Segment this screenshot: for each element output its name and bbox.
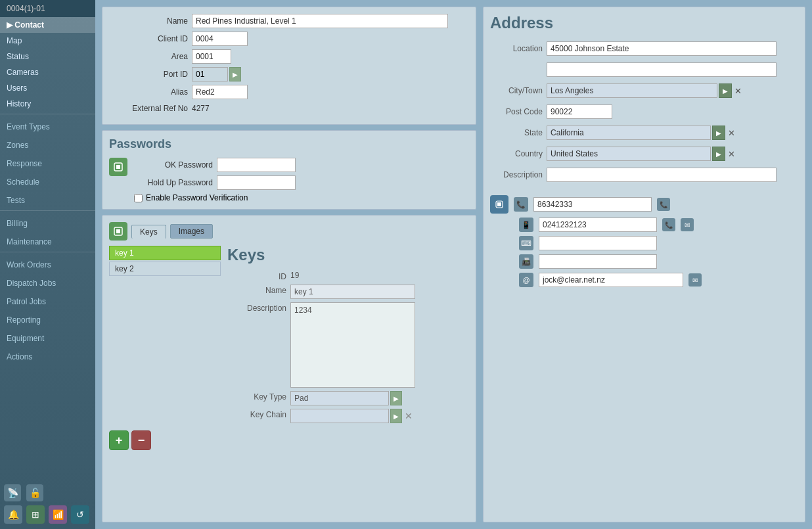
key-chain-arrow-btn[interactable]: ▶ bbox=[390, 409, 402, 423]
sidebar-item-event-types[interactable]: Event Types bbox=[0, 119, 95, 135]
city-input[interactable] bbox=[547, 83, 717, 98]
phone2-action-icon[interactable]: 📞 bbox=[662, 218, 675, 231]
alarm-icon[interactable]: 🔔 bbox=[4, 505, 22, 524]
city-arrow-btn[interactable]: ▶ bbox=[719, 83, 732, 98]
email-action-icon[interactable]: ✉ bbox=[688, 273, 702, 287]
ok-password-label: OK Password bbox=[134, 160, 213, 170]
sidebar-item-equipment[interactable]: Equipment bbox=[0, 331, 95, 346]
name-input[interactable] bbox=[192, 14, 448, 28]
email-icon: @ bbox=[519, 273, 533, 287]
enable-verification-checkbox[interactable] bbox=[134, 194, 143, 202]
sidebar-item-cameras[interactable]: Cameras bbox=[0, 64, 95, 80]
port-id-input[interactable] bbox=[192, 67, 228, 81]
sidebar-item-map[interactable]: Map bbox=[0, 33, 95, 49]
hold-up-input[interactable] bbox=[217, 175, 296, 190]
key-chain-input[interactable] bbox=[290, 409, 389, 423]
ok-password-input[interactable] bbox=[217, 158, 296, 172]
city-clear-btn[interactable]: ✕ bbox=[733, 86, 743, 96]
name-row: Name bbox=[109, 14, 469, 28]
sidebar-item-users[interactable]: Users bbox=[0, 80, 95, 96]
area-input[interactable] bbox=[192, 49, 231, 64]
sidebar: 0004(1)-01 ▶ Contact Map Status Cameras … bbox=[0, 0, 95, 529]
phone2-row: 📱 📞 ✉ bbox=[490, 218, 798, 232]
area-row: Area bbox=[109, 49, 469, 64]
key-item-1[interactable]: key 1 bbox=[109, 246, 221, 260]
fax-input[interactable] bbox=[539, 254, 657, 269]
email-input[interactable] bbox=[539, 273, 683, 287]
phone2-email-icon[interactable]: ✉ bbox=[681, 218, 694, 231]
sidebar-item-billing[interactable]: Billing bbox=[0, 216, 95, 231]
desc-input[interactable] bbox=[547, 168, 777, 182]
fax-icon: 📠 bbox=[519, 254, 533, 269]
refresh-icon[interactable]: ↺ bbox=[71, 505, 89, 524]
sidebar-item-zones[interactable]: Zones bbox=[0, 137, 95, 153]
state-clear-btn[interactable]: ✕ bbox=[727, 128, 736, 138]
location-input-2[interactable] bbox=[547, 62, 777, 77]
sidebar-item-reporting[interactable]: Reporting bbox=[0, 312, 95, 328]
tab-images[interactable]: Images bbox=[170, 224, 213, 239]
passwords-icon bbox=[109, 158, 127, 176]
location-input-1[interactable] bbox=[547, 41, 777, 56]
location-row2 bbox=[490, 62, 798, 77]
phone3-input[interactable] bbox=[539, 236, 657, 250]
divider3 bbox=[0, 252, 95, 252]
client-id-input[interactable] bbox=[192, 32, 248, 46]
client-id-row: Client ID bbox=[109, 32, 469, 46]
sidebar-item-response[interactable]: Response bbox=[0, 156, 95, 172]
city-row: ▶ ✕ bbox=[547, 83, 743, 98]
grid-icon[interactable]: ⊞ bbox=[26, 505, 45, 524]
key-name-row: Name bbox=[227, 285, 469, 299]
add-key-button[interactable]: + bbox=[109, 430, 129, 450]
key-name-label: Name bbox=[227, 285, 286, 295]
divider1 bbox=[0, 114, 95, 114]
state-input[interactable] bbox=[547, 126, 711, 140]
bottom-actions: + − bbox=[109, 430, 469, 450]
country-arrow-btn[interactable]: ▶ bbox=[712, 147, 725, 161]
left-panel: Name Client ID Area Port ID ▶ bbox=[102, 7, 476, 522]
country-row: ▶ ✕ bbox=[547, 147, 736, 161]
sidebar-item-maintenance[interactable]: Maintenance bbox=[0, 234, 95, 250]
phone1-input[interactable] bbox=[533, 197, 652, 212]
svg-rect-3 bbox=[116, 229, 120, 233]
contact-section: Name Client ID Area Port ID ▶ bbox=[102, 7, 476, 125]
country-clear-btn[interactable]: ✕ bbox=[727, 149, 736, 159]
key-type-input[interactable] bbox=[290, 391, 389, 405]
key-item-2[interactable]: key 2 bbox=[109, 262, 221, 276]
sidebar-item-schedule[interactable]: Schedule bbox=[0, 174, 95, 190]
sidebar-item-patrol-jobs[interactable]: Patrol Jobs bbox=[0, 294, 95, 310]
phone1-action-icon[interactable]: 📞 bbox=[657, 198, 670, 211]
country-input[interactable] bbox=[547, 147, 711, 161]
port-id-arrow-btn[interactable]: ▶ bbox=[229, 67, 241, 81]
passwords-fields: OK Password Hold Up Password Enable Pass… bbox=[134, 158, 469, 202]
key-desc-textarea[interactable]: 1234 bbox=[290, 302, 415, 388]
phone2-input[interactable] bbox=[539, 218, 657, 232]
sidebar-item-work-orders[interactable]: Work Orders bbox=[0, 257, 95, 273]
unlock-icon[interactable]: 🔓 bbox=[26, 484, 43, 501]
country-label: Country bbox=[490, 149, 543, 158]
verification-row: Enable Password Verification bbox=[134, 193, 469, 202]
state-arrow-btn[interactable]: ▶ bbox=[712, 126, 725, 140]
signal-icon[interactable]: 📡 bbox=[4, 484, 21, 501]
key-type-arrow-btn[interactable]: ▶ bbox=[390, 391, 402, 405]
remove-key-button[interactable]: − bbox=[131, 430, 151, 450]
key-chain-row-form: Key Chain ▶ ✕ bbox=[227, 409, 469, 423]
sidebar-item-actions[interactable]: Actions bbox=[0, 349, 95, 365]
keys-body: key 1 key 2 Keys ID 19 Name bbox=[109, 246, 469, 426]
state-row-container: State ▶ ✕ bbox=[490, 126, 798, 140]
postcode-input[interactable] bbox=[547, 104, 612, 119]
sidebar-item-status[interactable]: Status bbox=[0, 49, 95, 64]
sidebar-item-history[interactable]: History bbox=[0, 96, 95, 112]
keys-detail: Keys ID 19 Name Description 1234 bbox=[227, 246, 469, 426]
tab-keys[interactable]: Keys bbox=[131, 225, 166, 239]
passwords-title: Passwords bbox=[109, 137, 469, 151]
wifi-icon[interactable]: 📶 bbox=[49, 505, 67, 524]
sidebar-item-dispatch-jobs[interactable]: Dispatch Jobs bbox=[0, 275, 95, 291]
sidebar-item-tests[interactable]: Tests bbox=[0, 193, 95, 208]
sidebar-item-contact[interactable]: ▶ Contact bbox=[0, 17, 95, 33]
key-name-input[interactable] bbox=[290, 285, 415, 299]
passwords-section: Passwords OK Password bbox=[102, 130, 476, 210]
key-chain-clear-btn[interactable]: ✕ bbox=[403, 411, 414, 421]
state-label: State bbox=[490, 128, 543, 137]
app-title: 0004(1)-01 bbox=[0, 0, 95, 17]
alias-input[interactable] bbox=[192, 85, 248, 99]
